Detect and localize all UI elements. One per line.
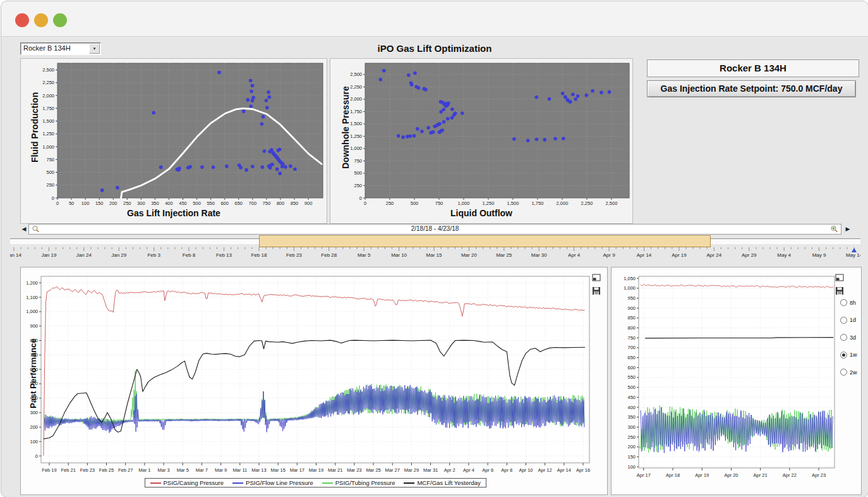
svg-text:Jan 14: Jan 14 [10, 252, 22, 258]
legend-label: MCF/Gas Lift Yesterday [417, 479, 480, 486]
radio-icon[interactable] [840, 334, 847, 341]
svg-text:2,250: 2,250 [350, 84, 362, 90]
zoom-out-icon[interactable] [32, 225, 40, 233]
save-chart-icon[interactable] [835, 286, 845, 295]
svg-text:1,000: 1,000 [458, 200, 470, 206]
svg-text:1,750: 1,750 [42, 106, 54, 111]
timeline-selection[interactable] [259, 235, 711, 247]
svg-text:750: 750 [354, 158, 362, 164]
svg-text:Apr 29: Apr 29 [742, 252, 757, 258]
well-selector-dropdown[interactable]: Rocker B 134H ▼ [20, 42, 101, 55]
svg-text:Apr 17: Apr 17 [637, 472, 651, 478]
radio-icon[interactable] [840, 369, 847, 376]
radio-icon[interactable] [840, 352, 847, 359]
past-performance-axis-label: Past Performance [28, 333, 38, 415]
svg-text:2,000: 2,000 [42, 93, 54, 99]
svg-text:Apr 12: Apr 12 [538, 467, 552, 473]
svg-text:250: 250 [386, 200, 394, 206]
save-chart-icon[interactable] [592, 286, 601, 295]
radio-icon[interactable] [840, 317, 847, 324]
svg-text:800: 800 [277, 200, 285, 206]
svg-text:900: 900 [627, 305, 636, 311]
svg-text:600: 600 [220, 200, 229, 206]
svg-text:2,000: 2,000 [557, 200, 569, 206]
close-button[interactable] [15, 13, 29, 27]
svg-text:750: 750 [46, 157, 54, 163]
svg-text:1,500: 1,500 [507, 200, 519, 206]
svg-text:Feb 23: Feb 23 [80, 467, 95, 473]
chart-legend: PSIG/Casing PressurePSIG/Flow Line Press… [145, 478, 486, 488]
svg-text:200: 200 [109, 200, 118, 206]
svg-text:Apr 21: Apr 21 [754, 472, 768, 478]
past-performance-chart[interactable]: 01002003004005006007008009001,0001,1001,… [21, 267, 606, 476]
legend-swatch [404, 482, 414, 484]
radio-label: 1w [850, 352, 857, 358]
svg-text:2,500: 2,500 [606, 200, 618, 206]
page-title: iPO Gas Lift Optimization [1, 43, 868, 54]
svg-text:Apr 19: Apr 19 [695, 472, 709, 478]
svg-text:250: 250 [123, 200, 131, 206]
well-selector-value: Rocker B 134H [23, 44, 71, 52]
zoom-button[interactable] [53, 13, 67, 27]
svg-text:400: 400 [165, 200, 173, 206]
timeline-scroll-left-button[interactable]: ◀ [20, 224, 28, 235]
legend-item: PSIG/Flow Line Pressure [232, 479, 313, 486]
svg-text:2,250: 2,250 [42, 80, 54, 85]
duration-radio-1w[interactable]: 1w [840, 352, 857, 359]
app-window: iPO Gas Lift Optimization Rocker B 134H … [1, 1, 868, 497]
svg-text:600: 600 [627, 365, 636, 371]
svg-text:250: 250 [354, 183, 362, 188]
radio-icon[interactable] [840, 299, 847, 306]
svg-text:500: 500 [411, 200, 419, 206]
detach-chart-icon[interactable] [835, 274, 845, 283]
svg-text:800: 800 [627, 325, 636, 331]
svg-text:1,100: 1,100 [26, 295, 38, 300]
gas-injection-setpoint-button[interactable]: Gas Injection Rate Setpoint: 750.0 MCF/d… [647, 80, 856, 97]
svg-text:Feb 8: Feb 8 [183, 252, 196, 258]
past-performance-panel: 01002003004005006007008009001,0001,1001,… [20, 267, 608, 495]
svg-text:Mar 23: Mar 23 [347, 467, 361, 473]
duration-radio-8h[interactable]: 8h [840, 299, 856, 306]
timeline-scroll-right-button[interactable]: ▶ [844, 224, 852, 235]
downhole-pressure-chart[interactable]: 02505007501,0001,2501,5001,7502,0002,250… [330, 59, 631, 206]
svg-text:850: 850 [291, 200, 299, 206]
duration-radio-3d[interactable]: 3d [840, 334, 856, 341]
downhole-pressure-axis-label: Downhole Pressure [341, 93, 351, 169]
svg-text:1,050: 1,050 [624, 276, 636, 281]
duration-radio-1d[interactable]: 1d [840, 317, 856, 324]
svg-text:0: 0 [35, 453, 38, 459]
svg-text:1,750: 1,750 [350, 109, 362, 114]
svg-text:900: 900 [30, 323, 38, 329]
minimize-button[interactable] [34, 13, 48, 27]
legend-swatch [150, 482, 161, 484]
svg-text:2,250: 2,250 [581, 200, 593, 206]
svg-text:Mar 5: Mar 5 [177, 467, 189, 473]
duration-radio-2w[interactable]: 2w [840, 369, 857, 376]
timeline-range-label: 2/18/18 - 4/23/18 [29, 225, 841, 232]
svg-text:200: 200 [30, 424, 38, 430]
gas-lift-performance-chart[interactable]: 0501001502002503003504004505005506006507… [21, 59, 325, 206]
svg-text:May 14: May 14 [846, 252, 860, 258]
zoom-in-icon[interactable] [830, 225, 838, 233]
timeline-track[interactable]: 2/18/18 - 4/23/18 [28, 224, 841, 235]
svg-text:1,250: 1,250 [350, 133, 362, 139]
timeline-selection-zone [10, 235, 860, 247]
svg-text:Feb 23: Feb 23 [286, 252, 302, 258]
svg-text:Apr 19: Apr 19 [672, 252, 687, 258]
svg-text:Apr 10: Apr 10 [519, 467, 533, 473]
svg-text:Feb 28: Feb 28 [321, 252, 337, 258]
svg-text:500: 500 [627, 384, 636, 390]
recent-performance-chart[interactable]: 1001502002503003504004505005506006507007… [612, 267, 860, 482]
legend-label: PSIG/Tubing Pressure [335, 479, 395, 486]
svg-text:Apr 24: Apr 24 [707, 252, 722, 258]
radio-label: 2w [850, 369, 857, 376]
timeline-date-axis[interactable]: Jan 14Jan 19Jan 24Jan 29Feb 3Feb 8Feb 13… [10, 247, 860, 258]
svg-text:May 4: May 4 [777, 252, 791, 258]
svg-text:Apr 9: Apr 9 [603, 252, 616, 258]
detach-chart-icon[interactable] [592, 274, 601, 283]
chevron-down-icon[interactable]: ▼ [89, 44, 100, 54]
gas-lift-injection-rate-axis-label: Gas Lift Injection Rate [21, 208, 327, 218]
svg-text:550: 550 [627, 374, 636, 380]
svg-text:0: 0 [364, 200, 366, 206]
svg-text:Apr 2: Apr 2 [444, 467, 455, 473]
